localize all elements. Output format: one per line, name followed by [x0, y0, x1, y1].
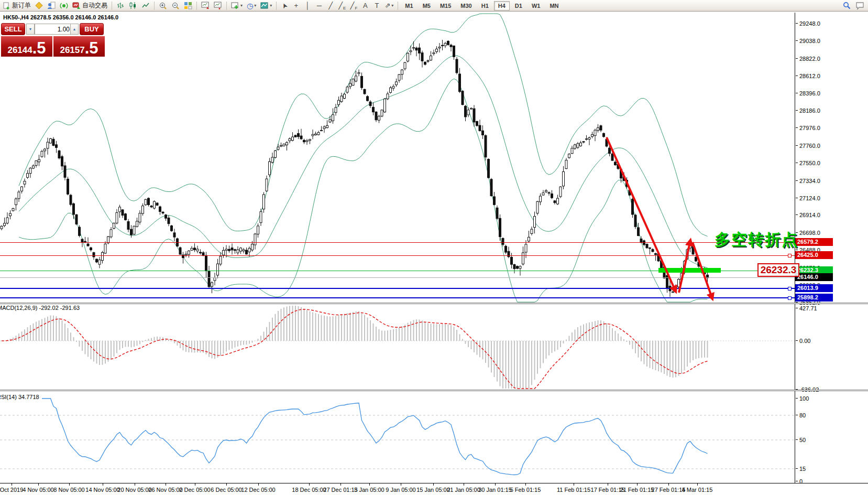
text-button[interactable]: A	[359, 1, 371, 11]
rsi-panel-sash[interactable]	[0, 390, 868, 391]
equidistant-channel-button[interactable]: ╱E	[336, 1, 348, 11]
axis-label: 28612.0	[796, 72, 820, 80]
chat-icon	[855, 2, 865, 10]
timeframe-M5-button[interactable]: M5	[419, 1, 435, 10]
time-axis-label: 14 Nov 05:00	[85, 487, 119, 493]
trendline-button[interactable]: ╱	[325, 1, 336, 11]
axis-label: 27760.0	[796, 142, 820, 149]
axis-label: 27334.0	[796, 177, 820, 185]
signals-icon	[60, 2, 68, 9]
line-chart-button[interactable]	[139, 1, 152, 11]
toolbar-separator	[276, 2, 277, 10]
timeframe-H1-button[interactable]: H1	[477, 1, 493, 10]
timeframe-D1-button[interactable]: D1	[511, 1, 526, 10]
bar-chart-button[interactable]	[114, 1, 127, 11]
search-icon	[842, 1, 851, 10]
price-tag: 26579.2	[795, 238, 833, 246]
timeframe-W1-button[interactable]: W1	[528, 1, 545, 10]
annotation-overlay	[0, 13, 795, 303]
period-clock-button[interactable]: ◷ ▾	[245, 1, 258, 11]
toolbar-separator	[154, 2, 155, 10]
macd-label: MACD(12,26,9) -292.02 -291.63	[0, 305, 80, 311]
gem-button[interactable]	[33, 1, 45, 11]
axis-label: 0.00	[796, 337, 810, 345]
tile-windows-button[interactable]	[182, 1, 194, 11]
auto-arrange-button[interactable]	[199, 1, 212, 11]
text-label-button[interactable]: T	[371, 1, 382, 11]
add-indicator-button[interactable]: ▾	[229, 1, 245, 11]
chart-template-button[interactable]: ▾	[258, 1, 274, 11]
axis-label: 29248.0	[796, 20, 820, 27]
text-icon: A	[363, 2, 368, 9]
axis-label: 27976.0	[796, 124, 820, 132]
chevron-down-icon: ▾	[254, 3, 256, 8]
time-axis-label: 4 Mar 01:15	[682, 487, 713, 493]
candlestick-chart-button[interactable]	[127, 1, 139, 11]
axis-label: 26914.0	[796, 211, 820, 219]
timeframe-M30-button[interactable]: M30	[456, 1, 476, 10]
autotrade-label: 自动交易	[82, 1, 107, 10]
signals-button[interactable]	[58, 1, 70, 11]
buy-price-display[interactable]: 26157.5	[53, 36, 105, 57]
rsi-chart-surface[interactable]	[0, 391, 795, 483]
clock-icon: ◷	[247, 2, 253, 10]
chevron-down-icon: ▾	[270, 3, 272, 8]
axis-label: 50	[796, 436, 806, 444]
chat-button[interactable]	[853, 1, 867, 11]
buy-price-frac: .5	[85, 41, 98, 56]
time-axis-label: 27 Dec 01:15	[323, 487, 357, 493]
autotrade-button[interactable]: 自动交易	[70, 1, 109, 11]
profile-button[interactable]	[45, 1, 58, 11]
price-tag: 26013.9	[795, 284, 833, 292]
crosshair-icon: +	[294, 2, 298, 9]
main-toolbar: 新订单 自动交易	[0, 0, 868, 12]
candlestick-chart-icon	[129, 2, 137, 9]
fibonacci-icon: ╱	[350, 2, 355, 9]
search-button[interactable]	[840, 1, 853, 11]
axis-label: 80	[796, 412, 806, 419]
volume-decrease-button[interactable]: ▼	[26, 24, 35, 35]
timeframe-M1-button[interactable]: M1	[401, 1, 417, 10]
timeframe-MN-button[interactable]: MN	[545, 1, 563, 10]
time-axis-label: 15 Jan 05:00	[416, 487, 450, 493]
sell-price-display[interactable]: 26144.5	[1, 36, 52, 57]
axis-label: 28396.0	[796, 90, 820, 97]
zoom-in-button[interactable]	[157, 1, 169, 11]
price-tag: 26146.0	[795, 273, 833, 281]
autotrade-icon	[72, 2, 81, 9]
buy-button[interactable]: BUY	[80, 23, 104, 35]
sell-price-int: 26144	[7, 45, 32, 56]
vertical-line-icon: │	[305, 2, 310, 9]
timeframe-M15-button[interactable]: M15	[436, 1, 455, 10]
time-axis-label: 12 Dec 05:00	[241, 487, 275, 493]
vertical-line-button[interactable]: │	[302, 1, 313, 11]
timeframe-H4-button[interactable]: H4	[494, 1, 510, 10]
time-axis-label: 11 Feb 01:15	[557, 487, 590, 493]
volume-input[interactable]	[35, 24, 73, 35]
time-axis-label: 3 Jan 05:00	[354, 487, 384, 493]
new-order-label: 新订单	[12, 1, 31, 10]
horizontal-line-button[interactable]: ─	[313, 1, 325, 11]
cursor-button[interactable]: ➤	[279, 1, 290, 11]
time-axis-label: 30 Jan 01:15	[478, 487, 512, 493]
rsi-label: RSI(14) 34.7718	[0, 394, 39, 400]
trendline-icon: ╱	[328, 2, 333, 9]
zoom-out-button[interactable]	[169, 1, 182, 11]
new-order-button[interactable]: 新订单	[1, 1, 33, 11]
timeframes-group: M1M5M15M30H1H4D1W1MN	[400, 1, 563, 10]
horizontal-line-icon: ─	[317, 2, 322, 9]
time-axis-label: 9 Jan 05:00	[386, 487, 416, 493]
new-order-icon	[3, 2, 10, 9]
toolbar-separator	[226, 2, 227, 10]
axis-label: 28186.0	[796, 107, 820, 114]
axis-label: 427.71	[796, 305, 817, 312]
volume-increase-button[interactable]: ▲	[70, 24, 79, 35]
sell-button[interactable]: SELL	[1, 23, 25, 35]
fibonacci-button[interactable]: ╱F	[348, 1, 359, 11]
shapes-button[interactable]: ⇗▾	[382, 1, 395, 11]
chevron-down-icon: ▾	[240, 3, 243, 8]
macd-chart-surface[interactable]	[0, 304, 795, 390]
macd-panel-sash[interactable]	[0, 303, 868, 304]
scale-fix-button[interactable]	[212, 1, 224, 11]
crosshair-button[interactable]: +	[290, 1, 302, 11]
